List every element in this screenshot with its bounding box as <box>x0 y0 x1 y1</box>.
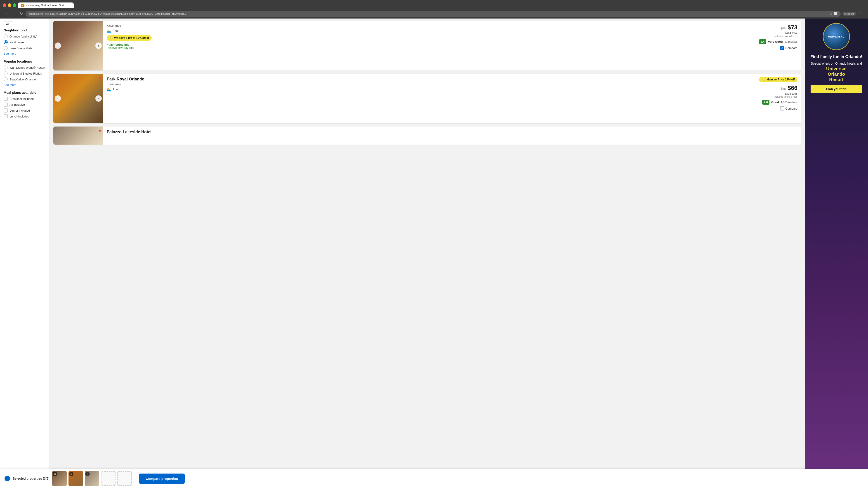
url-text: expedia.com/Hotel-Search?adults=1&d1=202… <box>29 12 828 15</box>
hotel2-price-total: $375 total <box>784 92 798 95</box>
checkbox-all-inclusive[interactable] <box>4 103 8 107</box>
hotel3-name[interactable]: Palazzo Lakeside Hotel <box>107 130 798 134</box>
hotel2-image-next[interactable]: › <box>95 95 102 102</box>
hotel2-image-prev[interactable]: ‹ <box>55 95 61 102</box>
compare-thumbnails: ✕ ✕ ✕ <box>52 471 132 486</box>
hotel2-amenity: 🏊 Pool <box>107 87 752 92</box>
hotel1-compare-checkbox[interactable]: ✓ <box>780 46 784 50</box>
hotel2-compare-row: Compare <box>780 106 798 110</box>
compare-bar-toggle[interactable]: ⌄ <box>4 476 10 481</box>
universal-globe-logo: UNIVERSAL <box>823 23 850 50</box>
back-button[interactable]: ← <box>4 11 10 17</box>
ad-plan-trip-button[interactable]: Plan your trip <box>811 85 862 93</box>
meal-option-breakfast[interactable]: Breakfast included <box>4 97 46 101</box>
hotel2-amenity-label: Pool <box>113 88 119 91</box>
window-close-button[interactable] <box>3 3 6 7</box>
compare-bar: ⌄ Selected properties (3/5) ✕ ✕ ✕ Compar… <box>0 469 868 488</box>
meal-option-lunch[interactable]: Lunch included <box>4 114 46 119</box>
popular-location-universal[interactable]: Universal Studios Florida <box>4 71 46 75</box>
hotel2-compare-checkbox[interactable] <box>780 106 784 110</box>
hotel1-review-score: 8.4 <box>759 39 766 44</box>
checkbox-dinner[interactable] <box>4 108 8 112</box>
compare-remove-3[interactable]: ✕ <box>85 472 90 476</box>
hotel2-pricing: 🏷️ Member Price 23% off $86 $66 $375 tot… <box>755 74 801 123</box>
hotel1-promo-badge: 🏷️ We have 5 left at 10% off at <box>107 35 152 41</box>
meal-plans-title: Meal plans available <box>4 91 46 94</box>
radio-universal[interactable] <box>4 71 8 75</box>
compare-properties-button[interactable]: Compare properties <box>139 474 185 484</box>
hotel2-favorite-button[interactable]: ♥ <box>98 75 101 80</box>
meal-option-dinner[interactable]: Dinner included <box>4 108 46 112</box>
radio-lake-buena-vista[interactable] <box>4 46 8 50</box>
pool-icon-2: 🏊 <box>107 87 111 92</box>
popular-location-walt-disney[interactable]: Walt Disney World® Resort <box>4 66 46 70</box>
meal-label-dinner: Dinner included <box>9 109 30 112</box>
ad-background: UNIVERSAL Find family fun in Orlando! Sp… <box>805 19 868 486</box>
hotel2-review-label: Good <box>771 101 779 104</box>
meal-label-breakfast: Breakfast included <box>9 97 34 101</box>
star-rating-button[interactable]: 4+ <box>4 21 12 27</box>
hotel2-compare-label: Compare <box>785 107 798 110</box>
new-tab-button[interactable]: + <box>74 2 80 8</box>
browser-menu-button[interactable]: ⋮ <box>858 11 864 17</box>
neighborhood-option-lake-buena-vista[interactable]: Lake Buena Vista <box>4 46 46 50</box>
window-minimize-button[interactable] <box>8 3 11 7</box>
hotel-image-wrapper-3: ♥ <box>53 127 103 144</box>
tab-bar: e Kissimmee, Florida, United Stat... ✕ + <box>18 2 80 8</box>
hotel2-review-score: 7.6 <box>762 100 770 105</box>
forward-button[interactable]: → <box>12 11 17 17</box>
radio-orlando[interactable] <box>4 34 8 38</box>
meal-plans-filter: Meal plans available Breakfast included … <box>4 91 46 119</box>
popular-locations-filter: Popular locations Walt Disney World® Res… <box>4 59 46 87</box>
window-maximize-button[interactable] <box>13 3 16 7</box>
ad-subtext: Special offers on Orlando hotels and <box>811 61 862 66</box>
compare-empty-slot-2 <box>117 471 132 486</box>
promo-icon-1: 🏷️ <box>110 36 113 39</box>
hotel1-image-next[interactable]: › <box>95 42 102 49</box>
url-input[interactable]: expedia.com/Hotel-Search?adults=1&d1=202… <box>26 11 841 17</box>
hotel2-review-count: 1,000 reviews <box>781 101 798 104</box>
globe-text: UNIVERSAL <box>828 35 845 38</box>
radio-kissimmee[interactable] <box>4 40 8 44</box>
check-icon-1: ✓ <box>781 46 783 50</box>
hotel1-price-note: includes taxes & fees <box>774 35 798 37</box>
hotel3-favorite-button[interactable]: ♥ <box>98 128 101 133</box>
page-body: 4+ Neighborhood Orlando (and vicinity) K… <box>0 19 868 486</box>
checkbox-breakfast[interactable] <box>4 97 8 101</box>
tab-favicon: e <box>21 4 24 7</box>
hotel1-amenity-label: Pool <box>113 29 119 33</box>
hotel1-amenity: 🏊 Pool <box>107 29 752 33</box>
popular-locations-see-more[interactable]: See more <box>4 83 46 87</box>
radio-seaworld[interactable] <box>4 77 8 81</box>
hotel-image-wrapper-1: ‹ › <box>53 21 103 70</box>
radio-walt-disney[interactable] <box>4 66 8 70</box>
ad-headline: Find family fun in Orlando! <box>811 54 862 59</box>
hotel2-review-row: 7.6 Good 1,000 reviews <box>762 100 798 105</box>
hotel1-compare-row: ✓ Compare <box>780 46 798 50</box>
hotel1-review-count: 21 reviews <box>784 40 798 43</box>
hotel2-price-new: $66 <box>788 85 798 92</box>
tab-close-button[interactable]: ✕ <box>67 4 70 7</box>
browser-tab-active[interactable]: e Kissimmee, Florida, United Stat... ✕ <box>18 2 74 8</box>
hotel1-pay-later: Reserve now, pay later <box>107 46 752 50</box>
compare-remove-1[interactable]: ✕ <box>53 472 57 476</box>
hotel2-name[interactable]: Park Royal Orlando <box>107 77 752 82</box>
compare-remove-2[interactable]: ✕ <box>69 472 73 476</box>
neighborhood-option-orlando[interactable]: Orlando (and vicinity) <box>4 34 46 38</box>
bookmark-icon[interactable]: ☆ <box>830 12 833 15</box>
refresh-button[interactable]: ↻ <box>19 11 24 17</box>
popular-location-seaworld[interactable]: SeaWorld® Orlando <box>4 77 46 81</box>
hotel1-image-prev[interactable]: ‹ <box>55 42 61 49</box>
hotel-image-3 <box>53 127 103 144</box>
meal-option-all-inclusive[interactable]: All inclusive <box>4 103 46 107</box>
neighborhood-option-kissimmee[interactable]: Kissimmee <box>4 40 46 44</box>
checkbox-lunch[interactable] <box>4 114 8 119</box>
hotel1-review-row: 8.4 Very Good 21 reviews <box>759 39 798 44</box>
reader-mode-icon: ⬜ <box>834 12 837 15</box>
neighborhood-see-more[interactable]: See more <box>4 52 46 55</box>
popular-location-label-walt-disney: Walt Disney World® Resort <box>9 66 45 69</box>
ad-highlight-2: Orlando <box>811 71 862 77</box>
hotel-card-1: ‹ › Kissimmee 🏊 Pool 🏷️ We have 5 left a… <box>53 21 801 70</box>
browser-top-bar: e Kissimmee, Florida, United Stat... ✕ + <box>3 2 865 8</box>
tab-title: Kissimmee, Florida, United Stat... <box>26 4 66 7</box>
